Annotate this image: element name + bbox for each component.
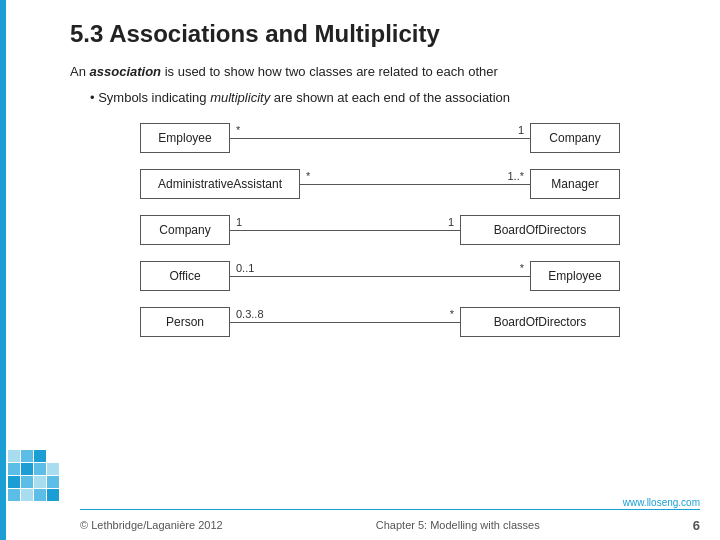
left-accent-bar xyxy=(0,0,6,540)
uml-box-person: Person xyxy=(140,307,230,337)
uml-mult-2-right: 1..* xyxy=(505,170,526,182)
uml-row-4: Office 0..1 * Employee xyxy=(140,257,620,295)
uml-mult-1-right: 1 xyxy=(516,124,526,136)
uml-box-employee-2: Employee xyxy=(530,261,620,291)
uml-mult-5-left: 0.3..8 xyxy=(234,308,266,320)
slide-title: 5.3 Associations and Multiplicity xyxy=(70,20,690,48)
slide-content: 5.3 Associations and Multiplicity An ass… xyxy=(20,0,720,369)
uml-mult-4-right: * xyxy=(518,262,526,274)
uml-line-3: 1 1 xyxy=(230,230,460,231)
uml-mult-3-right: 1 xyxy=(446,216,456,228)
footer-chapter: Chapter 5: Modelling with classes xyxy=(376,519,540,531)
footer-copyright: © Lethbridge/Laganière 2012 xyxy=(80,519,223,531)
intro-line1: An association is used to show how two c… xyxy=(70,62,690,82)
uml-box-office: Office xyxy=(140,261,230,291)
footer-page: 6 xyxy=(693,518,700,533)
uml-line-4: 0..1 * xyxy=(230,276,530,277)
uml-row-3: Company 1 1 BoardOfDirectors xyxy=(140,211,620,249)
uml-row-1: Employee * 1 Company xyxy=(140,119,620,157)
uml-box-bod-1: BoardOfDirectors xyxy=(460,215,620,245)
uml-box-manager: Manager xyxy=(530,169,620,199)
footer-url: www.lloseng.com xyxy=(623,497,700,508)
uml-mult-4-left: 0..1 xyxy=(234,262,256,274)
decorative-blocks xyxy=(8,450,68,510)
uml-line-5: 0.3..8 * xyxy=(230,322,460,323)
slide: 5.3 Associations and Multiplicity An ass… xyxy=(0,0,720,540)
uml-box-employee-1: Employee xyxy=(140,123,230,153)
uml-mult-1-left: * xyxy=(234,124,242,136)
uml-row-2: AdministrativeAssistant * 1..* Manager xyxy=(140,165,620,203)
uml-mult-3-left: 1 xyxy=(234,216,244,228)
uml-box-admin-asst: AdministrativeAssistant xyxy=(140,169,300,199)
footer: © Lethbridge/Laganière 2012 Chapter 5: M… xyxy=(0,510,720,540)
uml-mult-2-left: * xyxy=(304,170,312,182)
uml-row-5: Person 0.3..8 * BoardOfDirectors xyxy=(140,303,620,341)
uml-mult-5-right: * xyxy=(448,308,456,320)
bullet-multiplicity: • Symbols indicating multiplicity are sh… xyxy=(90,88,690,108)
uml-box-company-2: Company xyxy=(140,215,230,245)
uml-diagram: Employee * 1 Company AdministrativeAssis… xyxy=(140,119,620,341)
uml-line-1: * 1 xyxy=(230,138,530,139)
uml-box-bod-2: BoardOfDirectors xyxy=(460,307,620,337)
uml-line-2: * 1..* xyxy=(300,184,530,185)
uml-box-company-1: Company xyxy=(530,123,620,153)
